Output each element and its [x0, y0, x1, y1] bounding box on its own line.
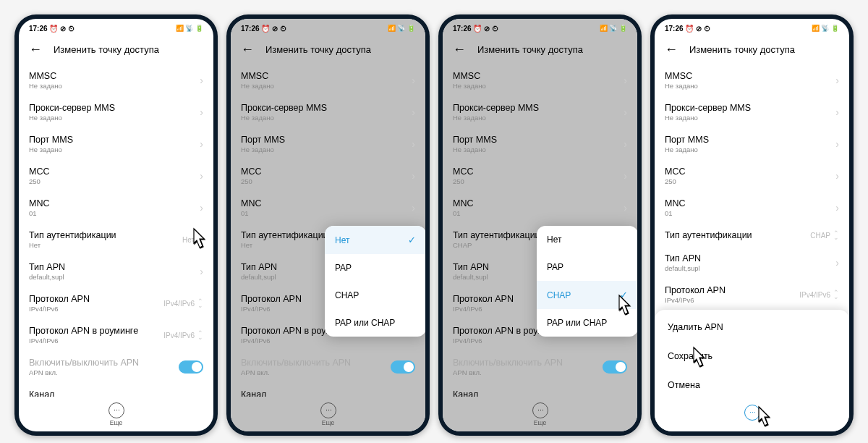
updown-icon: ⌃⌄ — [833, 290, 839, 299]
auth-option-none[interactable]: Нет✓ — [325, 226, 425, 254]
more-menu-sheet: Удалить APN Сохранить Отмена ⋯ — [655, 310, 849, 431]
row-mcc[interactable]: MCC250› — [19, 160, 213, 192]
back-icon[interactable]: ← — [453, 42, 466, 57]
back-icon[interactable]: ← — [665, 42, 678, 57]
row-auth-type[interactable]: Тип аутентификацииCHAP⌃⌄ — [655, 224, 849, 247]
chevron-right-icon: › — [200, 266, 203, 277]
header: ← Изменить точку доступа — [19, 36, 213, 64]
more-button[interactable]: ⋯ Еще — [231, 397, 425, 431]
auth-option-pap-or-chap[interactable]: PAP или CHAP — [325, 309, 425, 337]
auth-option-pap-or-chap[interactable]: PAP или CHAP — [537, 309, 637, 337]
updown-icon: ⌃⌄ — [197, 331, 203, 339]
row-mms-port: Порт MMSНе задано› — [231, 128, 425, 160]
chevron-right-icon: › — [200, 202, 203, 214]
chevron-right-icon: › — [835, 75, 839, 86]
row-mms-proxy: Прокси-сервер MMSНе задано› — [231, 96, 425, 128]
row-mms-port[interactable]: Порт MMSНе задано› — [19, 128, 213, 160]
toggle-on-icon — [391, 360, 415, 374]
auth-option-pap[interactable]: PAP — [325, 254, 425, 282]
row-apn-type[interactable]: Тип APNdefault,supl› — [19, 256, 213, 287]
header: ← Изменить точку доступа — [443, 36, 637, 64]
updown-icon: ⌃⌄ — [197, 299, 203, 308]
row-apn-toggle: Включить/выключить APNAPN вкл. — [443, 351, 637, 383]
row-mnc: MNC01› — [231, 192, 425, 224]
row-apn-toggle[interactable]: Включить/выключить APNAPN вкл. — [19, 351, 213, 383]
row-apn-type[interactable]: Тип APNdefault,supl› — [655, 247, 849, 279]
chevron-right-icon: › — [835, 170, 839, 182]
chevron-right-icon: › — [200, 75, 203, 86]
row-apn-roaming-protocol[interactable]: Протокол APN в роумингеIPv4/IPv6IPv4/IPv… — [19, 319, 213, 351]
row-apn-protocol[interactable]: Протокол APNIPv4/IPv6IPv4/IPv6⌃⌄ — [19, 287, 213, 319]
header: ← Изменить точку доступа — [231, 36, 425, 64]
row-mms-proxy: Прокси-сервер MMSНе задано› — [443, 96, 637, 128]
row-mcc: MCC250› — [443, 160, 637, 192]
row-mmsc[interactable]: MMSCНе задано› — [19, 64, 213, 96]
auth-option-chap[interactable]: CHAP✓ — [537, 281, 637, 309]
auth-option-pap[interactable]: PAP — [537, 253, 637, 281]
chevron-right-icon: › — [200, 138, 203, 150]
auth-type-popup: Нет PAP CHAP✓ PAP или CHAP — [537, 226, 637, 337]
row-auth-type[interactable]: Тип аутентификацииНетНет⌃⌄ — [19, 224, 213, 256]
back-icon[interactable]: ← — [241, 42, 254, 57]
status-bar: 17:26 ⏰ ⊘ ⏲ 📶 📡 🔋 — [655, 19, 849, 36]
row-mnc: MNC01› — [443, 192, 637, 224]
row-channel: Канал — [231, 383, 425, 397]
status-icons-right: 📶 📡 🔋 — [176, 25, 203, 32]
row-mcc[interactable]: MCC250› — [655, 160, 849, 192]
row-apn-toggle: Включить/выключить APNAPN вкл. — [231, 351, 425, 383]
row-apn-protocol[interactable]: Протокол APNIPv4/IPv6IPv4/IPv6⌃⌄ — [655, 279, 849, 311]
save-button[interactable]: Сохранить — [655, 342, 849, 371]
chevron-right-icon: › — [835, 106, 839, 118]
more-icon: ⋯ — [744, 405, 760, 421]
status-icons-left: ⏰ ⊘ ⏲ — [49, 25, 75, 33]
auth-type-popup: Нет✓ PAP CHAP PAP или CHAP — [325, 226, 425, 337]
phone-4: 17:26 ⏰ ⊘ ⏲ 📶 📡 🔋 ← Изменить точку досту… — [650, 14, 854, 436]
updown-icon: ⌃⌄ — [833, 231, 839, 240]
row-channel: Канал — [443, 383, 637, 397]
page-title: Изменить точку доступа — [54, 44, 159, 55]
chevron-right-icon: › — [835, 202, 839, 214]
cancel-button[interactable]: Отмена — [655, 371, 849, 400]
auth-option-none[interactable]: Нет — [537, 226, 637, 253]
toggle-on-icon — [603, 360, 627, 374]
check-icon: ✓ — [620, 290, 628, 300]
row-mms-proxy[interactable]: Прокси-сервер MMSНе задано› — [19, 96, 213, 128]
more-button[interactable]: ⋯ — [655, 400, 849, 426]
more-icon: ⋯ — [532, 402, 548, 418]
phone-1: 17:26 ⏰ ⊘ ⏲ 📶 📡 🔋 ← Изменить точку досту… — [14, 14, 218, 436]
back-icon[interactable]: ← — [29, 42, 42, 57]
row-mnc[interactable]: MNC01› — [655, 192, 849, 224]
row-mmsc: MMSCНе задано› — [231, 64, 425, 96]
row-mms-port: Порт MMSНе задано› — [443, 128, 637, 160]
more-icon: ⋯ — [320, 402, 336, 418]
more-button[interactable]: ⋯ Еще — [443, 397, 637, 431]
auth-option-chap[interactable]: CHAP — [325, 282, 425, 309]
chevron-right-icon: › — [200, 170, 203, 182]
row-mcc: MCC250› — [231, 160, 425, 192]
chevron-right-icon: › — [835, 138, 839, 150]
check-icon: ✓ — [408, 235, 416, 245]
header: ← Изменить точку доступа — [655, 36, 849, 64]
row-mmsc: MMSCНе задано› — [443, 64, 637, 96]
more-button[interactable]: ⋯ Еще — [19, 397, 213, 431]
row-mms-proxy[interactable]: Прокси-сервер MMSНе задано› — [655, 96, 849, 128]
status-time: 17:26 — [29, 25, 48, 33]
status-bar: 17:26 ⏰ ⊘ ⏲ 📶 📡 🔋 — [443, 19, 637, 36]
row-mms-port[interactable]: Порт MMSНе задано› — [655, 128, 849, 160]
row-mmsc[interactable]: MMSCНе задано› — [655, 64, 849, 96]
row-mnc[interactable]: MNC01› — [19, 192, 213, 224]
phone-3: 17:26 ⏰ ⊘ ⏲ 📶 📡 🔋 ← Изменить точку досту… — [438, 14, 642, 436]
delete-apn[interactable]: Удалить APN — [655, 313, 849, 342]
phone-2: 17:26 ⏰ ⊘ ⏲ 📶 📡 🔋 ← Изменить точку досту… — [226, 14, 430, 436]
more-icon: ⋯ — [109, 402, 124, 418]
chevron-right-icon: › — [835, 257, 839, 269]
status-bar: 17:26 ⏰ ⊘ ⏲ 📶 📡 🔋 — [19, 19, 213, 36]
toggle-on-icon[interactable] — [179, 360, 203, 374]
status-bar: 17:26 ⏰ ⊘ ⏲ 📶 📡 🔋 — [231, 19, 425, 36]
chevron-right-icon: › — [200, 106, 203, 118]
updown-icon: ⌃⌄ — [197, 235, 203, 244]
row-channel[interactable]: Канал — [19, 383, 213, 397]
